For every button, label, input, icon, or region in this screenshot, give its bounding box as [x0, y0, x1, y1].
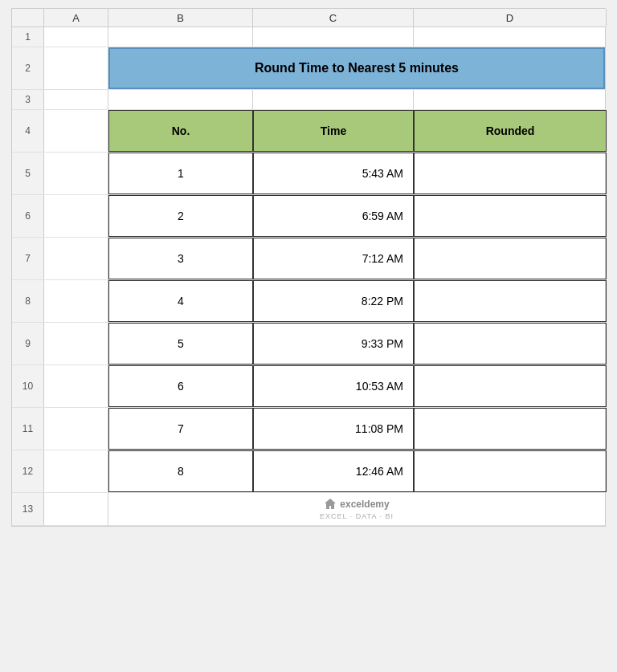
cell-rounded-8[interactable]	[414, 450, 607, 492]
cell-rounded-1[interactable]	[414, 153, 607, 194]
cell-b3[interactable]	[108, 90, 253, 109]
cell-d3[interactable]	[414, 90, 607, 109]
row-12: 12 8 12:46 AM	[12, 450, 605, 493]
row-num-8: 8	[12, 280, 44, 322]
cell-time-1[interactable]: 5:43 AM	[253, 153, 414, 194]
col-header-d[interactable]: D	[414, 9, 607, 26]
cell-c1[interactable]	[253, 27, 414, 47]
col-header-c[interactable]: C	[253, 9, 414, 26]
row-8: 8 4 8:22 PM	[12, 280, 605, 323]
cell-rounded-4[interactable]	[414, 280, 607, 322]
spreadsheet: A B C D 1 2 Round Time to Nearest 5 minu…	[11, 8, 606, 527]
row-5: 5 1 5:43 AM	[12, 153, 605, 195]
cell-time-3[interactable]: 7:12 AM	[253, 238, 414, 279]
cell-a8[interactable]	[44, 280, 108, 322]
row-num-11: 11	[12, 408, 44, 450]
cell-a1[interactable]	[44, 27, 108, 47]
cell-a6[interactable]	[44, 195, 108, 237]
col-header-a[interactable]: A	[44, 9, 108, 26]
watermark-logo: exceldemy	[324, 498, 389, 511]
cell-rounded-2[interactable]	[414, 195, 607, 237]
col-header-time[interactable]: Time	[253, 110, 414, 152]
cell-b1[interactable]	[108, 27, 253, 47]
cell-a11[interactable]	[44, 408, 108, 450]
cell-a12[interactable]	[44, 450, 108, 492]
cell-time-7[interactable]: 11:08 PM	[253, 408, 414, 450]
cell-a2[interactable]	[44, 47, 108, 89]
cell-a9[interactable]	[44, 323, 108, 365]
cell-a4[interactable]	[44, 110, 108, 152]
cell-c3[interactable]	[253, 90, 414, 109]
cell-no-6[interactable]: 6	[108, 365, 253, 407]
row-num-10: 10	[12, 365, 44, 407]
col-header-no[interactable]: No.	[108, 110, 253, 152]
cell-a5[interactable]	[44, 153, 108, 194]
row-num-1: 1	[12, 27, 44, 47]
cell-time-4[interactable]: 8:22 PM	[253, 280, 414, 322]
cell-a3[interactable]	[44, 90, 108, 109]
cell-time-2[interactable]: 6:59 AM	[253, 195, 414, 237]
cell-no-5[interactable]: 5	[108, 323, 253, 365]
cell-time-8[interactable]: 12:46 AM	[253, 450, 414, 492]
row-num-7: 7	[12, 238, 44, 279]
row-4: 4 No. Time Rounded	[12, 110, 605, 153]
watermark: exceldemy EXCEL · DATA · BI	[320, 498, 394, 520]
row-10: 10 6 10:53 AM	[12, 365, 605, 408]
row-7: 7 3 7:12 AM	[12, 238, 605, 280]
cell-rounded-5[interactable]	[414, 323, 607, 365]
column-headers: A B C D	[12, 9, 605, 27]
row-3: 3	[12, 90, 605, 110]
cell-no-8[interactable]: 8	[108, 450, 253, 492]
house-icon	[324, 498, 337, 511]
row-num-4: 4	[12, 110, 44, 152]
row-2: 2 Round Time to Nearest 5 minutes	[12, 47, 605, 90]
col-header-rounded[interactable]: Rounded	[414, 110, 607, 152]
cell-rounded-7[interactable]	[414, 408, 607, 450]
row-1: 1	[12, 27, 605, 47]
row-num-6: 6	[12, 195, 44, 237]
cell-no-1[interactable]: 1	[108, 153, 253, 194]
cell-no-7[interactable]: 7	[108, 408, 253, 450]
brand-name: exceldemy	[340, 499, 389, 510]
row-9: 9 5 9:33 PM	[12, 323, 605, 365]
watermark-tagline: EXCEL · DATA · BI	[320, 512, 394, 520]
watermark-container: exceldemy EXCEL · DATA · BI	[108, 493, 605, 525]
title-cell: Round Time to Nearest 5 minutes	[108, 47, 605, 89]
row-num-9: 9	[12, 323, 44, 365]
cell-d1[interactable]	[414, 27, 607, 47]
cell-a10[interactable]	[44, 365, 108, 407]
cell-rounded-3[interactable]	[414, 238, 607, 279]
row-6: 6 2 6:59 AM	[12, 195, 605, 238]
row-num-3: 3	[12, 90, 44, 109]
cell-time-6[interactable]: 10:53 AM	[253, 365, 414, 407]
row-num-12: 12	[12, 450, 44, 492]
row-11: 11 7 11:08 PM	[12, 408, 605, 450]
cell-a7[interactable]	[44, 238, 108, 279]
corner-cell	[12, 9, 44, 26]
row-num-13: 13	[12, 493, 44, 525]
row-13: 13 exceldemy EXCEL · DATA · BI	[12, 493, 605, 526]
cell-no-2[interactable]: 2	[108, 195, 253, 237]
row-num-2: 2	[12, 47, 44, 89]
cell-no-3[interactable]: 3	[108, 238, 253, 279]
cell-rounded-6[interactable]	[414, 365, 607, 407]
cell-no-4[interactable]: 4	[108, 280, 253, 322]
cell-a13[interactable]	[44, 493, 108, 525]
cell-time-5[interactable]: 9:33 PM	[253, 323, 414, 365]
col-header-b[interactable]: B	[108, 9, 253, 26]
row-num-5: 5	[12, 153, 44, 194]
